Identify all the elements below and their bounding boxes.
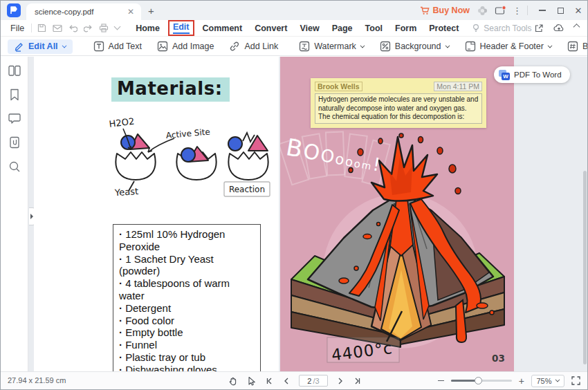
- header-footer-icon: [465, 41, 476, 52]
- page-number-label: 03: [492, 353, 505, 364]
- materials-item[interactable]: 1 Sachet Dry Yeast (powder): [119, 253, 255, 278]
- reaction-label: Reaction: [229, 185, 265, 194]
- search-icon[interactable]: [8, 160, 21, 173]
- materials-list[interactable]: 125ml 10% Hydrogen Peroxide1 Sachet Dry …: [113, 224, 261, 373]
- close-icon: ✕: [575, 6, 582, 15]
- minimize-button[interactable]: [533, 3, 551, 17]
- sticky-note[interactable]: Brook Wells Mon 4:11 PM Hydrogen peroxid…: [311, 78, 486, 128]
- background-button[interactable]: Background: [380, 41, 450, 52]
- add-image-button[interactable]: Add Image: [157, 41, 214, 52]
- materials-item[interactable]: 4 tablespoons of warm water: [119, 277, 255, 302]
- fit-screen-icon[interactable]: [571, 376, 580, 385]
- quick-access-caret-icon[interactable]: [114, 24, 121, 30]
- search-tools-label: Search Tools: [484, 24, 531, 33]
- header-footer-button[interactable]: Header & Footer: [465, 41, 552, 52]
- maximize-icon: [558, 8, 564, 14]
- first-page-icon[interactable]: [265, 377, 274, 385]
- feedback-icon[interactable]: [495, 6, 506, 16]
- app-logo-icon: [7, 3, 21, 17]
- zoom-out-icon[interactable]: [438, 380, 444, 381]
- search-tools[interactable]: Search Tools: [472, 24, 531, 33]
- background-label: Background: [395, 41, 441, 51]
- materials-item[interactable]: Empty bottle: [119, 326, 255, 339]
- new-tab-button[interactable]: +: [148, 6, 154, 16]
- page-number-input[interactable]: 2 /3: [299, 375, 328, 387]
- tab-title: science-copy.pdf: [35, 8, 93, 16]
- buy-now-button[interactable]: Buy Now: [420, 6, 470, 15]
- materials-item[interactable]: 125ml 10% Hydrogen Peroxide: [119, 228, 255, 253]
- select-tool-icon[interactable]: [246, 376, 256, 386]
- cart-icon: [420, 6, 430, 15]
- materials-item[interactable]: Food color: [119, 315, 255, 327]
- note-body-text[interactable]: Hydrogen peroxide molecules are very uns…: [315, 93, 482, 124]
- pencil-icon: [14, 41, 24, 52]
- next-page-icon[interactable]: [337, 377, 344, 385]
- materials-item[interactable]: Funnel: [119, 339, 255, 351]
- zoom-level-select[interactable]: 75%: [531, 375, 564, 387]
- zoom-slider-knob[interactable]: [475, 377, 482, 384]
- materials-item[interactable]: Plastic tray or tub: [119, 351, 255, 364]
- header-footer-caret-icon: [548, 43, 553, 48]
- menu-form[interactable]: Form: [395, 24, 416, 33]
- menu-edit[interactable]: Edit: [173, 22, 190, 34]
- prev-page-icon[interactable]: [283, 377, 290, 385]
- document-canvas: Materials:: [29, 57, 587, 373]
- zoom-slider[interactable]: [451, 380, 512, 382]
- menu-file[interactable]: File: [10, 24, 24, 33]
- add-link-label: Add Link: [244, 41, 278, 51]
- menu-page[interactable]: Page: [332, 24, 353, 33]
- maximize-button[interactable]: [551, 3, 569, 17]
- undo-icon[interactable]: [68, 24, 77, 32]
- menu-comment[interactable]: Comment: [203, 24, 243, 33]
- document-tab[interactable]: science-copy.pdf ✕: [26, 3, 141, 20]
- pdf-page-left[interactable]: Materials:: [34, 57, 279, 373]
- comment-icon[interactable]: [8, 113, 21, 124]
- menu-tool[interactable]: Tool: [365, 24, 383, 33]
- word-icon: W: [499, 70, 510, 80]
- thumbnails-icon[interactable]: [8, 65, 21, 77]
- add-text-button[interactable]: Add Text: [93, 41, 142, 52]
- bookmark-icon[interactable]: [9, 89, 20, 101]
- note-timestamp: Mon 4:11 PM: [434, 82, 482, 91]
- yeast-diagram[interactable]: H2O2 Active Site Yeast Reaction: [100, 116, 273, 199]
- pdf-page-right[interactable]: 4400°c BOOooom! Brook Wells Mon 4:11 PM …: [280, 57, 514, 373]
- menu-protect[interactable]: Protect: [429, 24, 459, 33]
- save-icon[interactable]: [37, 24, 46, 32]
- edit-toolbar: Edit All Add Text Add Image Add Link Wat…: [1, 37, 587, 56]
- collapse-toolbar-icon[interactable]: [573, 24, 580, 30]
- email-icon[interactable]: [53, 24, 62, 32]
- watermark-icon: [299, 41, 310, 52]
- add-image-label: Add Image: [172, 41, 214, 51]
- menu-home[interactable]: Home: [136, 24, 160, 33]
- menu-convert[interactable]: Convert: [255, 24, 287, 33]
- vertical-scrollbar[interactable]: [583, 171, 587, 364]
- yeast-label: Yeast: [113, 186, 138, 198]
- attachment-icon[interactable]: [9, 136, 20, 149]
- cloud-upload-icon[interactable]: [553, 24, 564, 32]
- h2o2-label: H2O2: [109, 116, 135, 129]
- redo-icon[interactable]: [84, 24, 93, 32]
- volcano-illustration: 4400°c: [283, 133, 511, 372]
- menu-view[interactable]: View: [300, 24, 319, 33]
- watermark-button[interactable]: Watermark: [299, 41, 365, 52]
- close-button[interactable]: ✕: [569, 3, 587, 17]
- bates-number-label: Bates Number: [582, 41, 588, 51]
- tab-close-icon[interactable]: ✕: [126, 7, 136, 17]
- materials-item[interactable]: Detergent: [119, 302, 255, 315]
- current-page: 2: [307, 377, 311, 385]
- materials-heading[interactable]: Materials:: [111, 77, 230, 102]
- add-link-button[interactable]: Add Link: [229, 41, 278, 52]
- quick-access-icons: [37, 24, 120, 32]
- share-icon[interactable]: [534, 24, 544, 33]
- pdf-to-word-button[interactable]: W PDF To Word: [494, 66, 570, 83]
- zoom-in-icon[interactable]: +: [519, 376, 524, 386]
- print-icon[interactable]: [99, 24, 109, 32]
- edit-all-button[interactable]: Edit All: [8, 39, 73, 54]
- more-menu-icon[interactable]: ⋮: [513, 6, 522, 16]
- bates-number-button[interactable]: Bates Number: [567, 41, 588, 52]
- last-page-icon[interactable]: [353, 377, 362, 385]
- promo-icon[interactable]: [477, 5, 488, 17]
- menubar-divider: [31, 24, 32, 32]
- hand-tool-icon[interactable]: [228, 376, 237, 386]
- add-text-icon: [93, 41, 104, 52]
